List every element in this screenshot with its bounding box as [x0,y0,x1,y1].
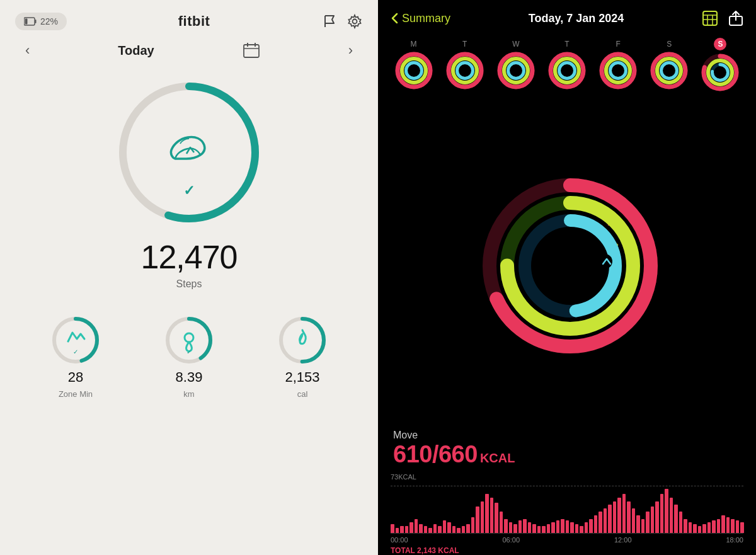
week-day-label-sat: S [667,40,672,49]
chart-bar [570,522,574,533]
day-ring-sat [650,51,689,90]
flag-icon[interactable] [321,13,338,30]
week-day-label-tue: T [462,40,467,49]
cal-label: cal [297,389,308,399]
week-day-sun[interactable]: S [701,38,740,92]
week-day-sat[interactable]: S [650,40,689,90]
day-ring-wed [496,51,536,90]
chart-bar [509,522,513,533]
zone-min-stat: ✓ 28 Zone Min [50,315,101,399]
shoe-icon [171,137,204,159]
week-day-label-wed: W [512,40,519,49]
cal-ring [277,315,328,365]
chart-bar [504,519,508,533]
chart-bar [622,494,626,533]
steps-section: ✓ 12,470 Steps [0,77,378,290]
chart-bar [500,512,503,533]
svg-point-43 [508,63,524,79]
week-day-tue[interactable]: T [445,40,484,90]
chart-total: TOTAL 2,143 KCAL [391,546,743,555]
week-row: M T W [378,33,756,100]
chart-bar [428,528,432,533]
battery-icon [24,16,37,26]
chart-bar [660,494,664,533]
chart-bar [438,526,442,533]
chart-bars [391,483,743,534]
battery-indicator: 22% [15,13,67,30]
fitness-panel: Summary Today, 7 Jan 2024 M [378,0,756,555]
fitbit-header: 22% fitbit [0,0,378,37]
chart-bar [674,505,678,533]
chart-bar [481,501,484,533]
svg-point-16 [185,333,193,342]
fitness-header: Summary Today, 7 Jan 2024 [378,0,756,33]
svg-rect-4 [244,45,259,57]
chart-bar [556,520,560,533]
chart-bar [717,519,721,533]
chart-bar [532,524,536,533]
chart-bar [636,515,640,533]
chart-bar [457,528,461,533]
chart-bar [698,526,702,533]
chart-bar [651,506,655,533]
header-icons [321,13,363,30]
chart-bar [433,524,437,533]
week-day-label-thu: T [564,40,569,49]
chart-bar [495,503,498,533]
chart-bar [641,519,645,533]
move-label: Move [393,430,741,441]
week-day-wed[interactable]: W [496,40,536,90]
chart-dashed-line [391,486,743,486]
chart-bar [391,524,394,533]
chart-bar [585,522,588,533]
chart-bar [513,524,517,533]
steps-label: Steps [176,278,202,290]
share-icon[interactable] [728,10,743,26]
main-rings-container [479,175,655,351]
steps-ring-svg: ✓ [113,77,265,228]
week-day-label-fri: F [616,40,620,49]
chart-bar [471,517,475,533]
chart-bar [452,526,456,533]
next-arrow[interactable]: › [348,42,353,59]
prev-arrow[interactable]: ‹ [25,42,30,59]
chart-bar [419,524,423,533]
calendar-icon[interactable] [243,42,260,59]
day-ring-thu [547,51,587,90]
activity-rings-section [378,100,756,420]
chart-bar [679,512,683,533]
chart-x-2: 12:00 [614,536,632,544]
mini-stats: ✓ 28 Zone Min ✓ 8.39 km [0,290,378,411]
chart-y-label: 73KCAL [391,473,743,481]
calendar-grid-icon[interactable] [702,10,718,26]
chart-bar [410,522,413,533]
chart-bar [617,498,621,533]
move-current: 610/660 [393,441,478,468]
chart-bar [523,519,527,533]
settings-icon[interactable] [346,13,363,30]
chart-bar [466,524,470,533]
svg-text:✓: ✓ [73,348,78,355]
week-day-mon[interactable]: M [394,40,433,90]
chart-x-labels: 00:00 06:00 12:00 18:00 [391,536,743,544]
chart-bar [462,526,466,533]
km-ring: ✓ [164,315,214,365]
km-value: 8.39 [176,369,203,386]
zone-min-label: Zone Min [59,389,93,399]
day-ring-sun [701,53,740,92]
day-ring-fri [598,51,638,90]
chart-section: 73KCAL 00:00 06:00 12:00 18:00 TOTAL 2,1… [378,468,756,555]
back-button[interactable]: Summary [391,12,450,25]
chart-bar [542,526,546,533]
chart-bar [396,528,399,533]
move-unit: KCAL [480,451,515,466]
chart-x-1: 06:00 [502,536,520,544]
week-day-fri[interactable]: F [598,40,638,90]
chart-bar [518,520,522,533]
move-stats: Move 610/660 KCAL [378,420,756,468]
svg-rect-1 [35,20,37,23]
fitness-header-icons [702,10,743,26]
chart-bar [736,520,740,533]
week-day-thu[interactable]: T [547,40,587,90]
chart-bar [627,501,631,533]
